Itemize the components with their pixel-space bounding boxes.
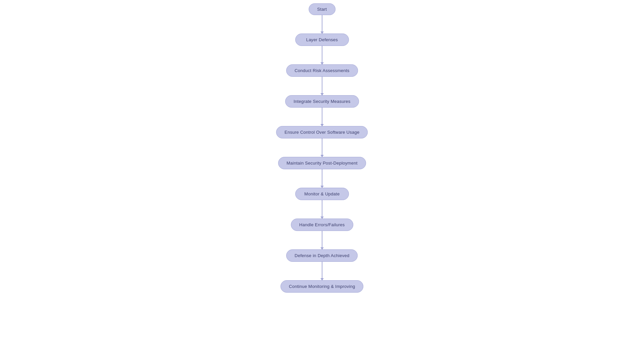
flowchart: Start Layer Defenses Conduct Risk Assess… <box>276 0 368 293</box>
node-monitor-update: Monitor & Update <box>295 188 349 200</box>
connector-8 <box>322 231 322 249</box>
connector-3 <box>322 77 322 95</box>
connector-1 <box>322 15 322 34</box>
node-layer-defenses: Layer Defenses <box>295 34 349 46</box>
connector-4 <box>322 108 322 126</box>
connector-2 <box>322 46 322 64</box>
connector-6 <box>322 169 322 188</box>
node-integrate-security: Integrate Security Measures <box>285 95 359 108</box>
node-handle-errors: Handle Errors/Failures <box>291 219 353 231</box>
connector-5 <box>322 138 322 157</box>
node-conduct-risk: Conduct Risk Assessments <box>286 64 358 77</box>
connector-7 <box>322 200 322 219</box>
node-start: Start <box>309 3 335 15</box>
node-ensure-control: Ensure Control Over Software Usage <box>276 126 368 138</box>
node-continue-monitoring: Continue Monitoring & Improving <box>280 280 363 293</box>
node-maintain-security: Maintain Security Post-Deployment <box>278 157 366 169</box>
connector-9 <box>322 262 322 280</box>
node-defense-achieved: Defense in Depth Achieved <box>286 249 358 262</box>
